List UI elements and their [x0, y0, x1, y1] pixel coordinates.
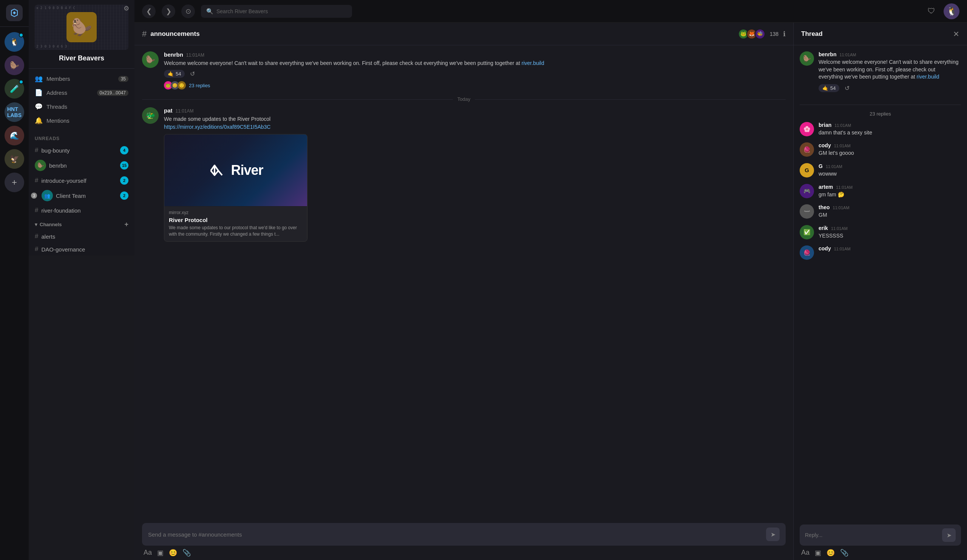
mirror-link[interactable]: https://mirror.xyz/editions/0xaf89C5E1I5…: [164, 124, 271, 130]
thread-reply-content: brian 11:01AM damn that's a sexy site: [818, 122, 872, 137]
text-format-button[interactable]: Aa: [144, 548, 152, 557]
reply-time: 11:01AM: [834, 247, 851, 251]
river-logo-icon: [208, 161, 226, 180]
user-avatar-client-team: 👥: [41, 190, 53, 201]
banner-numbers-top: x 2 1 9 8 D B 4 F C: [35, 6, 129, 10]
add-reaction-button[interactable]: ↺: [188, 69, 197, 78]
preview-desc: We made some updates to our protocol tha…: [169, 225, 302, 237]
thread-avatar-cody2: 🧶: [800, 245, 814, 260]
thread-send-button[interactable]: ➤: [942, 528, 955, 542]
info-button[interactable]: ℹ: [783, 30, 786, 38]
message-input[interactable]: [148, 531, 762, 538]
server-avatar-5[interactable]: 🦅: [5, 149, 24, 169]
reply-time: 11:01AM: [834, 143, 851, 148]
hash-icon: #: [35, 177, 38, 184]
sidebar-item-address[interactable]: 📄 Address 0x219...0047: [29, 86, 134, 100]
send-button[interactable]: ➤: [766, 527, 780, 541]
reply-username: cody: [818, 142, 831, 148]
channel-item-dao-governance[interactable]: # DAO-governance: [29, 243, 134, 256]
thread-add-reaction-button[interactable]: ↺: [842, 84, 852, 92]
message-content: pat 11:01AM We made some updates to the …: [164, 107, 786, 242]
thread-reply-cody2: 🧶 cody 11:01AM: [800, 245, 961, 260]
channels-section-label: Channels: [40, 222, 62, 227]
channel-header-right: 🐸 🦊 🐝 138 ℹ: [738, 29, 786, 39]
thread-input-box: ➤: [800, 524, 961, 546]
channel-item-introduce-yourself[interactable]: # introduce-yourself 2: [29, 174, 134, 187]
sidebar-item-members[interactable]: 👥 Members 35: [29, 72, 134, 86]
server-avatar-3[interactable]: HNTLABS: [5, 102, 24, 122]
thread-reply-content: cody 11:01AM GM let's goooo: [818, 142, 854, 157]
river-build-link[interactable]: river.build: [521, 60, 544, 66]
mentions-icon: 🔔: [35, 117, 43, 125]
thread-reply-input[interactable]: [805, 532, 938, 538]
thread-avatar-artem: 🎮: [800, 184, 814, 198]
thread-text-format-button[interactable]: Aa: [801, 548, 810, 557]
search-icon: 🔍: [206, 8, 213, 15]
channel-item-client-team[interactable]: 3 👥 Client Team 2: [29, 187, 134, 204]
search-bar[interactable]: 🔍 Search River Beavers: [201, 5, 352, 18]
main-layout: 🦫 x 2 1 9 8 D B 4 F C 2 3 0 3 0 4 6 3 Ri…: [29, 0, 967, 560]
address-icon: 📄: [35, 89, 43, 97]
channel-item-benrbn[interactable]: 🦫 benrbn 15: [29, 157, 134, 174]
thread-reply-count: 23 replies: [800, 111, 961, 117]
thread-close-button[interactable]: ✕: [953, 30, 959, 38]
msg-username: pat: [164, 107, 173, 114]
channel-item-bug-bounty[interactable]: # bug-bounty 4: [29, 143, 134, 157]
reply-time: 11:01AM: [834, 123, 851, 128]
thread-reaction-button[interactable]: 🤙 54: [818, 84, 839, 92]
thread-orig-header: benrbn 11:01AM: [818, 51, 961, 58]
channel-item-alerts[interactable]: # alerts: [29, 230, 134, 243]
attach-button[interactable]: 📎: [182, 548, 191, 557]
channels-section-header[interactable]: ▾ Channels +: [29, 217, 134, 230]
unread-badge: 15: [120, 161, 129, 170]
back-button[interactable]: ❮: [142, 5, 156, 18]
server-avatar-4[interactable]: 🌊: [5, 126, 24, 145]
msg-time: 11:01AM: [176, 109, 194, 114]
link-preview-card: River mirror.xyz River Protocol We made …: [164, 134, 307, 242]
messages-area[interactable]: 🦫 benrbn 11:01AM Welcome welcome everyon…: [134, 45, 793, 519]
hash-icon: #: [35, 245, 38, 253]
thread-avatar-cody1: 🧶: [800, 142, 814, 157]
river-logo: River: [208, 161, 263, 180]
add-channel-icon[interactable]: +: [124, 221, 129, 229]
server-avatar-1[interactable]: 🦫: [5, 56, 24, 75]
thread-attach-button[interactable]: 📎: [840, 548, 848, 557]
user-avatar-top[interactable]: 🐧: [944, 3, 959, 19]
reply-username: G: [818, 163, 823, 169]
channel-name: bug-bounty: [41, 147, 117, 154]
thread-image-button[interactable]: ▣: [815, 548, 821, 557]
reaction-button[interactable]: 🤙 54: [164, 70, 185, 78]
image-button[interactable]: ▣: [157, 548, 163, 557]
thread-avatar-erik: ✅: [800, 225, 814, 239]
history-button[interactable]: ⊙: [181, 5, 195, 18]
thread-reply-theo: 〰 theo 11:01AM GM: [800, 204, 961, 219]
banner-numbers-bottom: 2 3 0 3 0 4 6 3: [35, 44, 129, 48]
emoji-button[interactable]: 😊: [169, 548, 177, 557]
thread-orig-link[interactable]: river.build: [917, 74, 939, 80]
forward-button[interactable]: ❯: [162, 5, 175, 18]
thread-messages[interactable]: 🦫 benrbn 11:01AM Welcome welcome everyon…: [794, 45, 967, 520]
server-avatar-0[interactable]: 🐧: [5, 32, 24, 52]
reply-time: 11:01AM: [833, 206, 850, 210]
add-server-button[interactable]: +: [5, 173, 24, 192]
sidebar-item-mentions[interactable]: 🔔 Mentions: [29, 114, 134, 128]
thread-emoji-button[interactable]: 😊: [827, 548, 835, 557]
msg-time: 11:01AM: [186, 53, 205, 58]
server-avatar-2[interactable]: 🧪: [5, 79, 24, 99]
channel-item-river-foundation[interactable]: # river-foundation: [29, 204, 134, 217]
sidebar-item-threads[interactable]: 💬 Threads: [29, 100, 134, 114]
top-bar: ❮ ❯ ⊙ 🔍 Search River Beavers 🛡 🐧: [134, 0, 967, 23]
message-benrbn: 🦫 benrbn 11:01AM Welcome welcome everyon…: [142, 51, 786, 89]
hash-icon: #: [35, 147, 38, 154]
reply-count[interactable]: 23 replies: [189, 83, 210, 88]
unread-badge: 2: [120, 191, 129, 200]
search-placeholder: Search River Beavers: [216, 8, 268, 14]
unread-badge: 4: [120, 146, 129, 155]
settings-icon[interactable]: ⚙: [124, 5, 129, 12]
thread-reply-content: erik 11:01AM YESSSSS: [818, 225, 848, 240]
shield-icon-button[interactable]: 🛡: [925, 5, 938, 18]
app-logo[interactable]: [6, 5, 23, 21]
reply-username: erik: [818, 225, 828, 231]
channel-name-header: announcements: [150, 30, 734, 38]
thread-orig-text: Welcome welcome everyone! Can't wait to …: [818, 59, 961, 81]
